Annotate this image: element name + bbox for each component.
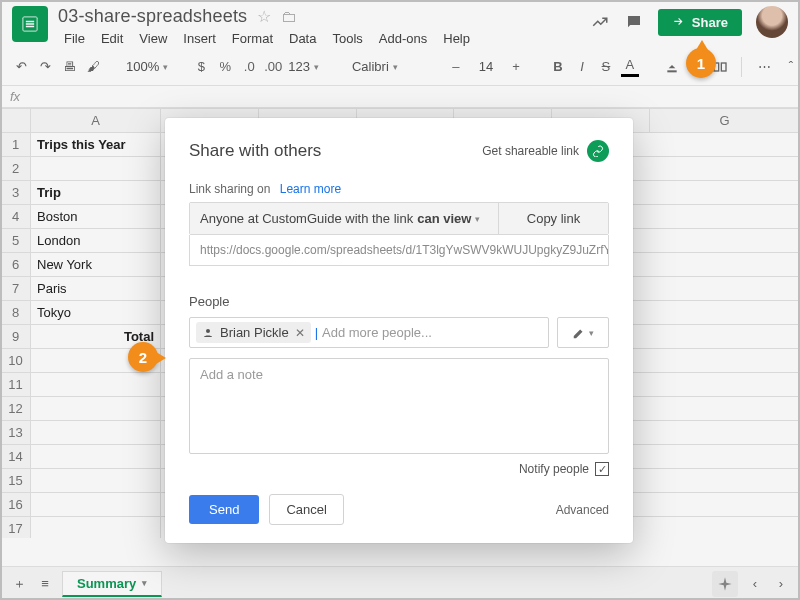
- svg-point-9: [206, 329, 210, 333]
- link-icon: [587, 140, 609, 162]
- note-textarea[interactable]: Add a note: [189, 358, 609, 454]
- chevron-down-icon: ▾: [475, 214, 480, 224]
- advanced-link[interactable]: Advanced: [556, 503, 609, 517]
- callout-badge-2: 2: [128, 342, 158, 372]
- callout-badge-1: 1: [686, 48, 716, 78]
- link-permission-select[interactable]: Anyone at CustomGuide with the link can …: [190, 203, 498, 234]
- dialog-title: Share with others: [189, 141, 321, 161]
- copy-link-button[interactable]: Copy link: [498, 203, 608, 234]
- get-shareable-link-label: Get shareable link: [482, 144, 579, 158]
- chevron-down-icon: ▾: [589, 328, 594, 338]
- link-permission-prefix: Anyone at CustomGuide with the link: [200, 211, 413, 226]
- cancel-button[interactable]: Cancel: [269, 494, 343, 525]
- remove-chip-icon[interactable]: ✕: [295, 326, 305, 340]
- people-label: People: [189, 294, 609, 309]
- people-input[interactable]: Brian Pickle ✕ | Add more people...: [189, 317, 549, 348]
- pencil-icon: [572, 326, 586, 340]
- permission-select[interactable]: ▾: [557, 317, 609, 348]
- link-permission-mode: can view: [417, 211, 471, 226]
- link-sharing-status: Link sharing on: [189, 182, 270, 196]
- person-chip-name: Brian Pickle: [220, 325, 289, 340]
- share-dialog: Share with others Get shareable link Lin…: [165, 118, 633, 543]
- share-url-field[interactable]: https://docs.google.com/spreadsheets/d/1…: [189, 235, 609, 266]
- get-shareable-link[interactable]: Get shareable link: [482, 140, 609, 162]
- person-icon: [202, 327, 214, 339]
- send-button[interactable]: Send: [189, 495, 259, 524]
- notify-checkbox[interactable]: ✓: [595, 462, 609, 476]
- notify-label: Notify people: [519, 462, 589, 476]
- learn-more-link[interactable]: Learn more: [280, 182, 341, 196]
- person-chip[interactable]: Brian Pickle ✕: [196, 322, 311, 343]
- people-placeholder: Add more people...: [322, 325, 542, 340]
